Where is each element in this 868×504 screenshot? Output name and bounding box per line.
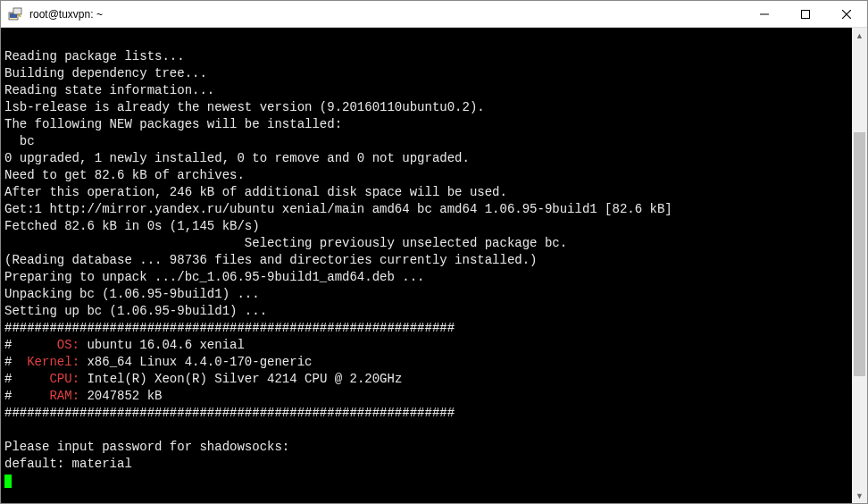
svg-rect-2 [13,8,21,14]
terminal-line [4,422,848,439]
terminal-line: # OS: ubuntu 16.04.6 xenial [4,337,848,354]
terminal-line: Need to get 82.6 kB of archives. [4,167,848,184]
terminal-line: ########################################… [4,405,848,422]
cursor-icon [4,475,12,488]
scrollbar-up-arrow-icon[interactable]: ▲ [852,28,867,43]
terminal-line: # CPU: Intel(R) Xeon(R) Silver 4214 CPU … [4,371,848,388]
scrollbar-thumb[interactable] [854,132,865,377]
maximize-button[interactable] [785,1,826,27]
titlebar[interactable]: root@tuxvpn: ~ [1,1,867,28]
terminal-line: Reading state information... [4,82,848,99]
terminal-line: default: material [4,456,848,473]
terminal-line: Reading package lists... [4,48,848,65]
terminal-line [4,31,848,48]
window-title: root@tuxvpn: ~ [28,8,744,21]
terminal-output[interactable]: Reading package lists...Building depende… [1,28,852,503]
window-controls [744,1,867,27]
svg-line-7 [842,10,851,19]
svg-line-6 [842,10,851,19]
terminal-line: ########################################… [4,320,848,337]
terminal-line: After this operation, 246 kB of addition… [4,184,848,201]
scrollbar-track[interactable] [852,43,867,488]
terminal-line: 0 upgraded, 1 newly installed, 0 to remo… [4,150,848,167]
scrollbar-down-arrow-icon[interactable]: ▼ [852,488,867,503]
terminal-line: # Kernel: x86_64 Linux 4.4.0-170-generic [4,354,848,371]
svg-rect-5 [802,10,810,18]
app-window: root@tuxvpn: ~ Reading package lists...B… [0,0,868,504]
minimize-button[interactable] [744,1,785,27]
terminal-wrap: Reading package lists...Building depende… [1,28,867,503]
terminal-line: Setting up bc (1.06.95-9build1) ... [4,303,848,320]
close-button[interactable] [826,1,867,27]
terminal-line: lsb-release is already the newest versio… [4,99,848,116]
terminal-line: Get:1 http://mirror.yandex.ru/ubuntu xen… [4,201,848,218]
svg-line-3 [19,14,21,17]
terminal-line: # RAM: 2047852 kB [4,388,848,405]
terminal-line: Selecting previously unselected package … [4,235,848,252]
terminal-line: Please input password for shadowsocks: [4,439,848,456]
vertical-scrollbar[interactable]: ▲ ▼ [852,28,867,503]
terminal-line: (Reading database ... 98736 files and di… [4,252,848,269]
terminal-line: The following NEW packages will be insta… [4,116,848,133]
terminal-line: Fetched 82.6 kB in 0s (1,145 kB/s) [4,218,848,235]
putty-icon [8,7,22,21]
terminal-line: bc [4,133,848,150]
terminal-line [4,473,848,490]
terminal-line: Preparing to unpack .../bc_1.06.95-9buil… [4,269,848,286]
terminal-line: Unpacking bc (1.06.95-9build1) ... [4,286,848,303]
terminal-line: Building dependency tree... [4,65,848,82]
